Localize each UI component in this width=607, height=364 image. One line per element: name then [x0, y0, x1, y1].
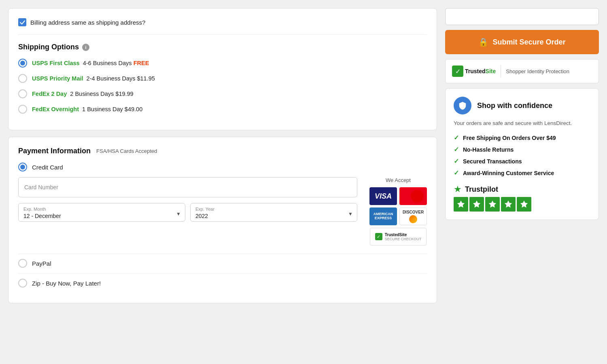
shopper-identity-text: Shopper Identity Protection	[506, 68, 569, 74]
shipping-option-fedex-2day[interactable]: FedEx 2 Day 2 Business Days $19.99	[18, 89, 427, 98]
right-column: 🔒 Submit Secure Order ✓ TrustedSite Shop…	[445, 8, 599, 220]
trustpilot-block: ★ Trustpilot	[454, 184, 590, 212]
exp-year-group[interactable]: Exp. Year 2022 2023 2024 2025 2026 ▼	[190, 203, 357, 222]
billing-address-section: Billing address same as shipping address…	[8, 8, 437, 130]
credit-card-form: Card Number Exp. Month 12 - December 01 …	[18, 177, 427, 245]
benefit-label-3: Secured Transactions	[463, 158, 522, 165]
we-accept-section: We Accept VISA AMERICANEXPRESS DISCOVER	[369, 177, 427, 245]
shipping-option-usps-first[interactable]: USPS First Class 4-6 Business Days FREE	[18, 59, 427, 68]
benefit-check-icon-4: ✓	[454, 169, 459, 177]
trusted-divider	[501, 65, 501, 77]
radio-usps-first[interactable]	[18, 59, 27, 68]
tp-star-3	[485, 197, 500, 212]
radio-usps-priority[interactable]	[18, 74, 27, 83]
trusted-site-secure-checkout: ✓ TrustedSite SECURE CHECKOUT	[370, 228, 427, 245]
billing-same-checkbox[interactable]	[18, 18, 26, 26]
payment-heading-title: Payment Information	[18, 147, 91, 155]
tp-star-5	[517, 197, 531, 212]
credit-card-label: Credit Card	[32, 164, 63, 171]
billing-checkbox-row[interactable]: Billing address same as shipping address…	[18, 18, 427, 35]
trusted-check-icon: ✓	[375, 233, 382, 240]
shipping-label-usps-priority: USPS Priority Mail 2-4 Business Days $11…	[32, 75, 155, 82]
trustpilot-stars-row	[454, 197, 531, 212]
shipping-option-fedex-overnight[interactable]: FedEx Overnight 1 Business Day $49.00	[18, 105, 427, 114]
benefit-label-1: Free Shipping On Orders Over $49	[463, 135, 556, 141]
shipping-label-fedex-2day: FedEx 2 Day 2 Business Days $19.99	[32, 91, 134, 97]
fsa-badge: FSA/HSA Cards Accepted	[96, 148, 157, 154]
trustpilot-header: ★ Trustpilot	[454, 184, 498, 195]
benefit-secured-transactions: ✓ Secured Transactions	[454, 157, 590, 165]
payment-option-zip[interactable]: Zip - Buy Now, Pay Later!	[18, 279, 427, 288]
benefit-check-icon-3: ✓	[454, 157, 459, 165]
radio-fedex-2day[interactable]	[18, 89, 27, 98]
shipping-label-fedex-overnight: FedEx Overnight 1 Business Day $49.00	[32, 106, 142, 112]
paypal-label: PayPal	[32, 260, 51, 267]
tp-star-1	[454, 197, 468, 212]
card-logos-row-2: AMERICANEXPRESS DISCOVER	[369, 207, 427, 225]
confidence-box: Shop with confidence Your orders are saf…	[445, 88, 599, 220]
shipping-label-usps-first: USPS First Class 4-6 Business Days FREE	[32, 60, 149, 66]
visa-logo: VISA	[369, 187, 397, 205]
discover-logo: DISCOVER	[399, 207, 427, 225]
card-logos-row-1: VISA	[369, 187, 427, 205]
order-input[interactable]	[445, 8, 599, 25]
card-number-field[interactable]: Card Number	[18, 177, 357, 197]
payment-divider-2	[18, 273, 427, 274]
payment-option-credit-card[interactable]: Credit Card	[18, 163, 427, 171]
exp-month-label: Exp. Month	[23, 207, 180, 212]
radio-credit-card[interactable]	[18, 163, 27, 171]
benefit-check-icon-2: ✓	[454, 146, 459, 153]
shipping-options-heading: Shipping Options i	[18, 43, 427, 51]
confidence-header: Shop with confidence	[454, 97, 590, 114]
shipping-info-icon[interactable]: i	[82, 44, 89, 51]
benefit-check-icon-1: ✓	[454, 134, 459, 142]
shield-icon	[454, 97, 471, 114]
trustpilot-star-icon: ★	[454, 184, 462, 195]
radio-fedex-overnight[interactable]	[18, 105, 27, 114]
amex-logo: AMERICANEXPRESS	[369, 207, 397, 225]
we-accept-title: We Accept	[386, 177, 411, 183]
benefit-label-2: No-Hassle Returns	[463, 146, 514, 153]
shipping-options-title: Shipping Options	[18, 43, 79, 51]
expiry-row: Exp. Month 12 - December 01 - January 02…	[18, 203, 357, 222]
trusted-site-banner: ✓ TrustedSite Shopper Identity Protectio…	[445, 59, 599, 83]
trusted-text-block: TrustedSite	[465, 68, 496, 74]
payment-divider-1	[18, 254, 427, 254]
zip-label: Zip - Buy Now, Pay Later!	[32, 280, 101, 287]
tp-star-4	[501, 197, 516, 212]
submit-secure-order-button[interactable]: 🔒 Submit Secure Order	[445, 30, 599, 54]
trustpilot-name: Trustpilot	[465, 185, 498, 194]
confidence-title: Shop with confidence	[477, 102, 552, 110]
radio-zip[interactable]	[18, 279, 27, 288]
exp-year-label: Exp. Year	[195, 207, 352, 212]
cc-fields: Card Number Exp. Month 12 - December 01 …	[18, 177, 357, 245]
payment-heading-row: Payment Information FSA/HSA Cards Accept…	[18, 147, 427, 155]
exp-month-group[interactable]: Exp. Month 12 - December 01 - January 02…	[18, 203, 185, 222]
benefit-label-4: Award-Winning Customer Service	[463, 170, 554, 176]
exp-year-select[interactable]: 2022 2023 2024 2025 2026	[195, 213, 352, 219]
mastercard-logo	[399, 187, 427, 205]
exp-month-select[interactable]: 12 - December 01 - January 02 - February…	[23, 213, 180, 219]
payment-option-paypal[interactable]: PayPal	[18, 259, 427, 268]
benefit-list: ✓ Free Shipping On Orders Over $49 ✓ No-…	[454, 134, 590, 177]
trusted-check-large-icon: ✓	[452, 66, 463, 77]
benefit-free-shipping: ✓ Free Shipping On Orders Over $49	[454, 134, 590, 142]
confidence-desc: Your orders are safe and secure with Len…	[454, 119, 590, 127]
tp-star-2	[469, 197, 484, 212]
shipping-option-usps-priority[interactable]: USPS Priority Mail 2-4 Business Days $11…	[18, 74, 427, 83]
trusted-logo: ✓ TrustedSite	[452, 66, 496, 77]
radio-paypal[interactable]	[18, 259, 27, 268]
lock-icon: 🔒	[478, 37, 488, 47]
payment-section: Payment Information FSA/HSA Cards Accept…	[8, 137, 437, 303]
benefit-no-hassle-returns: ✓ No-Hassle Returns	[454, 146, 590, 153]
benefit-customer-service: ✓ Award-Winning Customer Service	[454, 169, 590, 177]
submit-btn-label: Submit Secure Order	[492, 38, 565, 47]
billing-same-label: Billing address same as shipping address…	[30, 19, 145, 26]
